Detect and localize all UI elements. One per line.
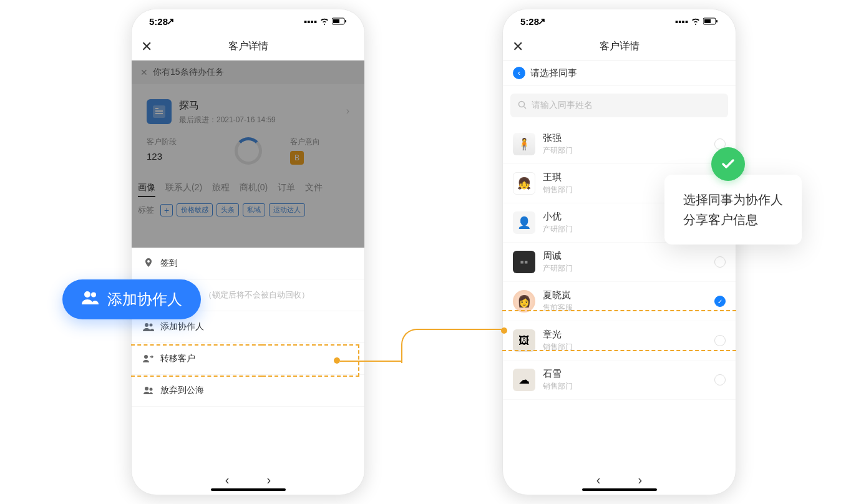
sub-header[interactable]: ‹ 请选择同事 [503, 61, 736, 86]
svg-rect-6 [155, 113, 163, 114]
radio-unchecked[interactable] [714, 335, 726, 346]
callout-line1: 选择同事为协作人 [683, 190, 783, 210]
action-menu: 签到 锁定客户 （锁定后将不会被自动回收） 添加协作人 转移客户 放弃到公海 [132, 248, 364, 407]
prev-page-icon[interactable]: ‹ [225, 473, 230, 487]
status-time: 5:28 [520, 16, 539, 27]
check-badge-icon [711, 147, 745, 181]
svg-point-18 [84, 291, 90, 298]
connector-dot [501, 327, 507, 334]
tab-opportunities[interactable]: 商机(0) [240, 182, 268, 197]
nav-header: ✕ 客户详情 [503, 33, 736, 61]
menu-transfer[interactable]: 转移客户 [132, 343, 364, 375]
svg-rect-15 [716, 20, 717, 22]
callout-card: 选择同事为协作人 分享客户信息 [664, 175, 802, 245]
customer-stage-block: 客户阶段 123 [147, 137, 206, 165]
page-title: 客户详情 [228, 40, 268, 53]
connector-dot [334, 357, 340, 364]
colleague-list: 🧍 张强 产研部门 👧 王琪 销售部门 👤 小优 产研部门 ▪▪ [503, 125, 736, 400]
colleague-item[interactable]: ▪▪ 周诚 产研部门 [503, 243, 736, 282]
avatar: 👧 [513, 172, 535, 195]
nav-header: ✕ 客户详情 [132, 33, 364, 61]
next-page-icon[interactable]: › [267, 473, 271, 487]
avatar: 👩 [513, 290, 535, 313]
close-icon[interactable]: ✕ [512, 39, 523, 55]
phone-left-mockup: 5:28 ↗ ▪▪▪▪ ✕ 客户详情 ✕ 你有15条待办任务 [131, 9, 365, 495]
users-icon [143, 322, 154, 331]
menu-checkin[interactable]: 签到 [132, 248, 364, 279]
next-page-icon[interactable]: › [638, 473, 643, 487]
colleague-dept: 产研部门 [543, 263, 707, 274]
home-indicator [582, 488, 657, 491]
close-icon[interactable]: ✕ [141, 39, 152, 55]
menu-lock-hint: （锁定后将不会被自动回收） [204, 289, 309, 301]
svg-rect-14 [704, 19, 711, 23]
tag-chip[interactable]: 私域 [243, 203, 265, 216]
colleague-name: 章光 [543, 329, 707, 341]
avatar: 👤 [513, 211, 535, 234]
radio-unchecked[interactable] [714, 374, 726, 385]
colleague-item[interactable]: 👩 夏晓岚 售前客服 ✓ [503, 282, 736, 321]
customer-icon [147, 99, 172, 124]
pin-icon [143, 258, 154, 268]
colleague-item[interactable]: ☁ 石雪 销售部门 [503, 361, 736, 400]
todo-banner[interactable]: ✕ 你有15条待办任务 [132, 61, 364, 84]
battery-icon [332, 16, 347, 27]
svg-point-19 [91, 293, 96, 298]
todo-text: 你有15条待办任务 [153, 67, 224, 78]
svg-rect-4 [155, 108, 158, 109]
svg-rect-5 [155, 110, 163, 112]
svg-point-12 [150, 388, 153, 391]
search-input[interactable]: 请输入同事姓名 [510, 94, 728, 117]
tab-files[interactable]: 文件 [305, 182, 323, 197]
tab-contacts[interactable]: 联系人(2) [165, 182, 202, 197]
wifi-icon [319, 16, 329, 27]
customer-card[interactable]: 探马 最后跟进：2021-07-16 14:59 › 客户阶段 123 客户意向… [138, 90, 358, 173]
sub-header-title: 请选择同事 [530, 67, 577, 79]
dimmed-background: ✕ 你有15条待办任务 探马 最后跟进：2021-07-16 14:59 › 客… [132, 61, 364, 248]
intent-badge: B [290, 151, 304, 165]
users-icon [81, 290, 99, 309]
stage-value: 123 [147, 151, 206, 162]
tags-row: 标签 + 价格敏感 头条 私域 运动达人 [138, 203, 358, 216]
intent-label: 客户意向 [290, 137, 349, 147]
customer-intent-block: 客户意向 B [290, 137, 349, 165]
wifi-icon [691, 16, 701, 27]
signal-icon: ▪▪▪▪ [675, 16, 688, 27]
close-banner-icon[interactable]: ✕ [140, 67, 148, 77]
radio-unchecked[interactable] [714, 256, 726, 268]
customer-name: 探马 [179, 99, 276, 112]
tab-profile[interactable]: 画像 [138, 182, 155, 197]
callout-line2: 分享客户信息 [683, 210, 783, 230]
colleague-item[interactable]: 🖼 章光 销售部门 [503, 321, 736, 361]
connector-curve [401, 329, 504, 363]
avatar: ☁ [513, 369, 535, 391]
add-tag-button[interactable]: + [160, 204, 173, 216]
page-title: 客户详情 [600, 40, 640, 53]
colleague-name: 石雪 [543, 368, 707, 380]
tab-journey[interactable]: 旅程 [212, 182, 230, 197]
radio-checked[interactable]: ✓ [714, 296, 726, 307]
status-bar: 5:28 ↗ ▪▪▪▪ [132, 9, 364, 33]
release-icon [143, 386, 154, 395]
prev-page-icon[interactable]: ‹ [596, 473, 601, 487]
customer-subtitle: 最后跟进：2021-07-16 14:59 [179, 115, 276, 125]
page-nav: ‹ › [503, 473, 736, 487]
svg-rect-2 [345, 20, 346, 22]
menu-release[interactable]: 放弃到公海 [132, 375, 364, 407]
tab-orders[interactable]: 订单 [278, 182, 295, 197]
svg-point-10 [144, 355, 148, 359]
colleague-item[interactable]: 🧍 张强 产研部门 [503, 125, 736, 164]
svg-point-9 [150, 324, 153, 327]
callout-pill-label: 添加协作人 [107, 289, 182, 309]
stage-label: 客户阶段 [147, 137, 206, 147]
back-icon[interactable]: ‹ [513, 67, 525, 79]
menu-release-label: 放弃到公海 [160, 385, 204, 396]
progress-donut-icon [235, 137, 262, 165]
tag-chip[interactable]: 价格敏感 [177, 203, 213, 216]
tags-label: 标签 [138, 205, 154, 216]
tag-chip[interactable]: 运动达人 [269, 203, 305, 216]
colleague-dept: 销售部门 [543, 381, 707, 392]
svg-line-17 [524, 107, 526, 109]
tag-chip[interactable]: 头条 [216, 203, 239, 216]
connector-line [340, 361, 402, 362]
